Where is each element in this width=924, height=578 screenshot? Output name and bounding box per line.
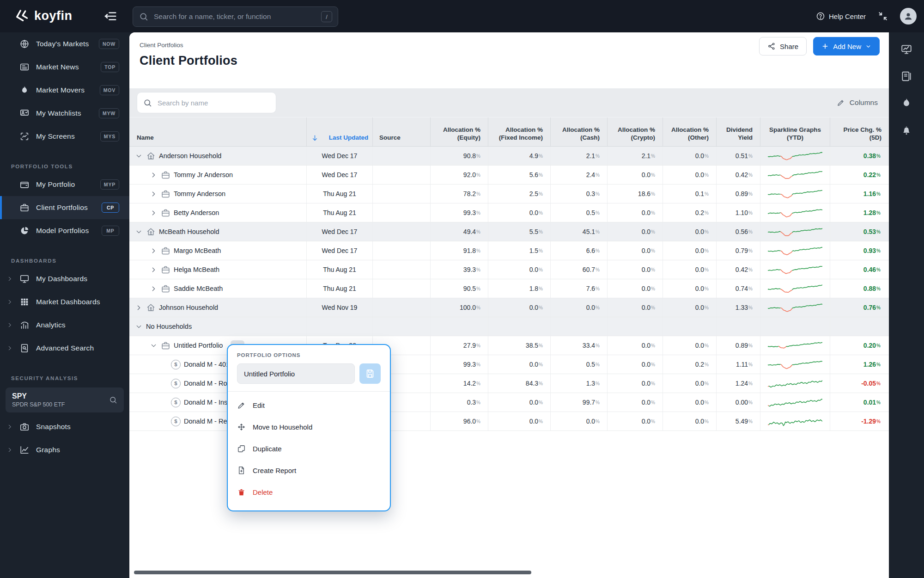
screens-icon xyxy=(19,131,30,141)
chevron-down-icon[interactable] xyxy=(135,152,143,160)
sidebar-item-label: My Dashboards xyxy=(36,275,87,283)
save-button[interactable] xyxy=(359,363,381,384)
chevron-right-icon[interactable] xyxy=(150,247,158,255)
collapse-window-icon[interactable] xyxy=(878,11,888,21)
chevron-right-icon[interactable] xyxy=(150,266,158,274)
flame-icon[interactable] xyxy=(900,97,912,109)
sidebar-item-label: Analytics xyxy=(36,321,66,329)
breadcrumb[interactable]: Client Portfolios xyxy=(140,42,183,49)
column-header-source[interactable]: Source xyxy=(372,117,430,146)
save-icon xyxy=(365,369,375,379)
columns-button[interactable]: Columns xyxy=(837,98,878,107)
global-search-input[interactable] xyxy=(153,12,321,21)
household-icon xyxy=(146,303,156,313)
sparkline-cell xyxy=(760,298,830,317)
right-icon-rail xyxy=(889,32,924,578)
column-header-allocation-[interactable]: Allocation % (Other) xyxy=(663,117,716,146)
bell-icon[interactable] xyxy=(900,124,912,136)
menu-item-label: Create Report xyxy=(253,467,296,474)
household-icon xyxy=(146,227,156,237)
presentation-icon[interactable] xyxy=(900,43,912,55)
column-header-name[interactable]: Name xyxy=(129,117,306,146)
sidebar-item-label: Model Portfolios xyxy=(36,227,89,235)
column-header-allocation-[interactable]: Allocation % (Crypto) xyxy=(607,117,663,146)
chevron-right-icon xyxy=(6,424,13,430)
sidebar-item-market-dashboards[interactable]: Market Dashboards xyxy=(0,290,129,314)
chevron-right-icon[interactable] xyxy=(135,304,143,312)
menu-item-duplicate[interactable]: Duplicate xyxy=(228,438,390,460)
column-header-allocation-[interactable]: Allocation % (Cash) xyxy=(550,117,607,146)
sidebar-item-client-portfolios[interactable]: Client PortfoliosCP xyxy=(0,196,129,219)
sidebar-item-market-news[interactable]: Market NewsTOP xyxy=(0,55,129,79)
sidebar-item-my-dashboards[interactable]: My Dashboards xyxy=(0,267,129,290)
column-header-sparkline-graphs[interactable]: Sparkline Graphs (YTD) xyxy=(760,117,830,146)
security-analysis-ticker-card[interactable]: SPYSPDR S&P 500 ETF xyxy=(6,387,124,412)
price-change-cell: 0.22% xyxy=(830,166,889,184)
column-header-last-updated[interactable]: Last Updated xyxy=(306,117,372,146)
table-row[interactable]: Saddie McBeathThu Aug 2190.5%1.8%7.6%0.0… xyxy=(129,279,889,298)
menu-item-delete[interactable]: Delete xyxy=(228,481,390,503)
sidebar-item-my-screens[interactable]: My ScreensMYS xyxy=(0,125,129,148)
sidebar-item-model-portfolios[interactable]: Model PortfoliosMP xyxy=(0,219,129,242)
sidebar-item-label: My Screens xyxy=(36,132,75,141)
top-bar: koyfin / Help Center xyxy=(0,0,924,32)
menu-item-edit[interactable]: Edit xyxy=(228,394,390,416)
sidebar-item-graphs[interactable]: Graphs xyxy=(0,438,129,461)
menu-item-create-report[interactable]: Create Report xyxy=(228,460,390,481)
sidebar-collapse-icon[interactable] xyxy=(103,9,117,23)
library-icon[interactable] xyxy=(900,70,912,82)
price-change-cell: -1.29% xyxy=(830,412,889,430)
user-avatar[interactable] xyxy=(900,8,917,25)
table-search-input[interactable] xyxy=(157,98,276,107)
column-header-allocation-[interactable]: Allocation % (Fixed Income) xyxy=(488,117,550,146)
table-search[interactable] xyxy=(137,92,276,113)
column-header-allocation-[interactable]: Allocation % (Equity) xyxy=(430,117,488,146)
source-cell xyxy=(372,260,430,279)
sidebar-item-analytics[interactable]: Analytics xyxy=(0,314,129,337)
chevron-down-icon[interactable] xyxy=(150,342,158,350)
sidebar-item-my-portfolio[interactable]: My PortfolioMYP xyxy=(0,173,129,196)
sidebar-item-snapshots[interactable]: Snapshots xyxy=(0,415,129,438)
portfolio-name-input[interactable] xyxy=(237,363,355,384)
chevron-right-icon[interactable] xyxy=(150,209,158,217)
sidebar-item-today-s-markets[interactable]: Today's MarketsNOW xyxy=(0,32,129,55)
column-header-dividend[interactable]: Dividend Yield xyxy=(716,117,760,146)
sidebar-item-my-watchlists[interactable]: My WatchlistsMYW xyxy=(0,102,129,125)
sparkline-cell xyxy=(760,317,830,336)
menu-item-label: Delete xyxy=(253,488,273,496)
chevron-right-icon[interactable] xyxy=(150,285,158,293)
search-icon xyxy=(109,396,117,404)
table-row[interactable]: Tommy AndersonThu Aug 2178.2%2.5%0.3%18.… xyxy=(129,184,889,203)
menu-item-move-to-household[interactable]: Move to Household xyxy=(228,416,390,438)
price-change-cell: 0.76% xyxy=(830,298,889,317)
columns-label: Columns xyxy=(850,98,878,107)
scrollbar-thumb[interactable] xyxy=(134,571,531,574)
price-change-cell: 0.01% xyxy=(830,393,889,412)
column-header-price-chg-[interactable]: Price Chg. % (5D) xyxy=(830,117,889,146)
chevron-down-icon[interactable] xyxy=(135,323,143,331)
table-row[interactable]: Tommy Jr AndersonWed Dec 1792.0%5.6%2.4%… xyxy=(129,166,889,184)
share-button[interactable]: Share xyxy=(759,37,807,55)
sidebar-item-market-movers[interactable]: Market MoversMOV xyxy=(0,79,129,102)
global-search[interactable]: / xyxy=(133,6,338,27)
chevron-right-icon xyxy=(6,345,13,351)
help-center-button[interactable]: Help Center xyxy=(816,12,866,21)
table-row[interactable]: McBeath HouseholdWed Dec 1749.4%5.5%45.1… xyxy=(129,222,889,241)
table-row[interactable]: No Households xyxy=(129,317,889,336)
table-row[interactable]: Johnson HouseholdWed Nov 19100.0%0.0%0.0… xyxy=(129,298,889,317)
shortcut-badge: MYP xyxy=(100,179,119,190)
table-row[interactable]: Anderson HouseholdWed Dec 1790.8%4.9%2.1… xyxy=(129,147,889,166)
share-icon xyxy=(767,42,776,50)
row-name: Saddie McBeath xyxy=(174,285,223,292)
table-row[interactable]: Margo McBeathWed Dec 1791.8%1.5%6.6%0.0%… xyxy=(129,241,889,260)
koyfin-logo[interactable]: koyfin xyxy=(14,8,73,24)
chevron-right-icon[interactable] xyxy=(150,171,158,179)
chevron-right-icon[interactable] xyxy=(150,190,158,198)
table-row[interactable]: Helga McBeathThu Aug 2139.3%0.0%60.7%0.0… xyxy=(129,260,889,279)
sort-descending-icon xyxy=(311,134,319,142)
add-new-button[interactable]: Add New xyxy=(813,37,880,55)
sidebar-item-advanced-search[interactable]: Advanced Search xyxy=(0,337,129,360)
chevron-down-icon[interactable] xyxy=(135,228,143,236)
logo-text: koyfin xyxy=(34,9,73,23)
table-row[interactable]: Betty AndersonThu Aug 2199.3%0.0%0.5%0.0… xyxy=(129,203,889,222)
